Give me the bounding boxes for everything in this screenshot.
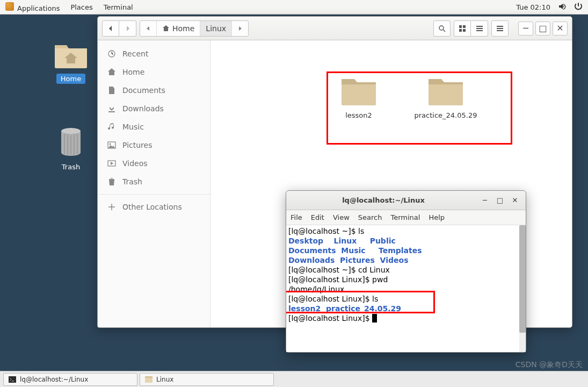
folder-label: practice_24.05.29 <box>408 111 483 119</box>
sidebar-item-home[interactable]: Home <box>98 63 210 81</box>
taskbar: lq@localhost:~/Linux Linux <box>0 371 588 387</box>
svg-rect-8 <box>476 30 483 31</box>
path-linux-label: Linux <box>206 24 226 33</box>
svg-rect-11 <box>497 30 503 31</box>
sidebar-item-label: Pictures <box>122 141 152 149</box>
terminal-window: lq@localhost:~/Linux ─ □ ✕ File Edit Vie… <box>286 190 526 353</box>
sidebar-item-downloads[interactable]: Downloads <box>98 99 210 118</box>
hamburger-menu-button[interactable] <box>491 20 509 37</box>
taskbar-item-label: Linux <box>156 376 173 383</box>
applications-menu[interactable]: Applications <box>5 2 60 12</box>
maximize-button[interactable]: □ <box>535 22 550 35</box>
menu-view[interactable]: View <box>333 213 350 221</box>
icon-view-button[interactable] <box>454 20 471 37</box>
terminal-titlebar[interactable]: lq@localhost:~/Linux ─ □ ✕ <box>286 191 526 210</box>
terminal-close-button[interactable]: ✕ <box>510 195 520 206</box>
annotation-box-terminal <box>286 291 435 313</box>
taskbar-item-files[interactable]: Linux <box>140 373 274 386</box>
desktop-trash-label: Trash <box>57 162 84 172</box>
places-menu[interactable]: Places <box>70 3 92 11</box>
sidebar-item-label: Other Locations <box>122 203 182 211</box>
sidebar-item-videos[interactable]: Videos <box>98 154 210 173</box>
terminal-minimize-button[interactable]: ─ <box>480 195 490 206</box>
back-button[interactable] <box>102 20 119 37</box>
top-bar: Applications Places Terminal Tue 02:10 <box>0 0 588 15</box>
path-linux[interactable]: Linux <box>200 21 232 36</box>
terminal-scroll-thumb[interactable] <box>519 225 526 333</box>
sidebar-item-music[interactable]: Music <box>98 118 210 136</box>
svg-rect-6 <box>476 26 483 27</box>
sidebar-item-label: Recent <box>122 49 148 58</box>
folder-lesson2[interactable]: lesson2 <box>321 76 396 119</box>
terminal-menu[interactable]: Terminal <box>104 3 133 11</box>
svg-point-14 <box>110 144 111 145</box>
sidebar-item-label: Downloads <box>122 104 164 113</box>
sidebar-item-label: Home <box>122 68 144 76</box>
svg-rect-5 <box>463 29 466 32</box>
svg-point-1 <box>439 26 444 30</box>
svg-rect-10 <box>497 28 503 29</box>
menu-edit[interactable]: Edit <box>311 213 324 221</box>
menu-help[interactable]: Help <box>429 213 445 221</box>
terminal-maximize-button[interactable]: □ <box>495 195 505 206</box>
sidebar-item-label: Documents <box>122 86 165 95</box>
sidebar-item-label: Trash <box>122 177 142 186</box>
svg-rect-2 <box>459 25 462 28</box>
fm-sidebar: Recent Home Documents Downloads Music Pi… <box>98 40 210 327</box>
sidebar-item-pictures[interactable]: Pictures <box>98 136 210 154</box>
path-home-label: Home <box>172 24 194 33</box>
sidebar-item-other-locations[interactable]: Other Locations <box>98 198 210 216</box>
forward-button[interactable] <box>119 20 136 37</box>
terminal-cursor <box>372 314 377 322</box>
watermark: CSDN @象奇D天天 <box>516 360 583 370</box>
pathbar: Home Linux <box>140 20 249 37</box>
close-button[interactable]: ✕ <box>553 22 568 35</box>
minimize-button[interactable]: ─ <box>518 22 533 35</box>
taskbar-item-terminal[interactable]: lq@localhost:~/Linux <box>3 373 137 386</box>
taskbar-item-label: lq@localhost:~/Linux <box>20 376 88 383</box>
path-back-arrow[interactable] <box>140 21 157 36</box>
power-icon[interactable] <box>574 2 583 12</box>
svg-rect-3 <box>463 25 466 28</box>
sidebar-item-documents[interactable]: Documents <box>98 81 210 99</box>
search-button[interactable] <box>433 20 451 37</box>
menu-file[interactable]: File <box>291 213 302 221</box>
terminal-body[interactable]: [lq@localhost ~]$ ls Desktop Linux Publi… <box>286 225 526 352</box>
path-home[interactable]: Home <box>157 21 200 36</box>
gnome-footprint-icon <box>5 2 14 11</box>
menu-search[interactable]: Search <box>358 213 382 221</box>
svg-rect-18 <box>145 378 153 383</box>
svg-rect-9 <box>497 26 503 27</box>
terminal-scrollbar[interactable] <box>519 225 526 352</box>
sidebar-item-trash[interactable]: Trash <box>98 173 210 191</box>
svg-rect-4 <box>459 29 462 32</box>
sidebar-item-label: Videos <box>122 159 148 168</box>
menu-terminal[interactable]: Terminal <box>390 213 420 221</box>
folder-label: lesson2 <box>321 111 396 119</box>
folder-practice[interactable]: practice_24.05.29 <box>408 76 483 119</box>
terminal-title: lq@localhost:~/Linux <box>292 196 475 204</box>
fm-toolbar: Home Linux ─ □ ✕ <box>98 17 572 40</box>
path-forward-arrow[interactable] <box>232 21 248 36</box>
sidebar-item-label: Music <box>122 123 144 131</box>
sidebar-item-recent[interactable]: Recent <box>98 45 210 63</box>
desktop-home-icon[interactable]: Home <box>49 41 92 84</box>
list-view-button[interactable] <box>471 20 488 37</box>
svg-rect-7 <box>476 28 483 29</box>
clock[interactable]: Tue 02:10 <box>516 3 550 11</box>
terminal-menubar: File Edit View Search Terminal Help <box>286 210 526 225</box>
volume-icon[interactable] <box>558 2 567 12</box>
desktop-trash-icon[interactable]: Trash <box>49 127 92 172</box>
desktop-home-label: Home <box>56 74 85 84</box>
